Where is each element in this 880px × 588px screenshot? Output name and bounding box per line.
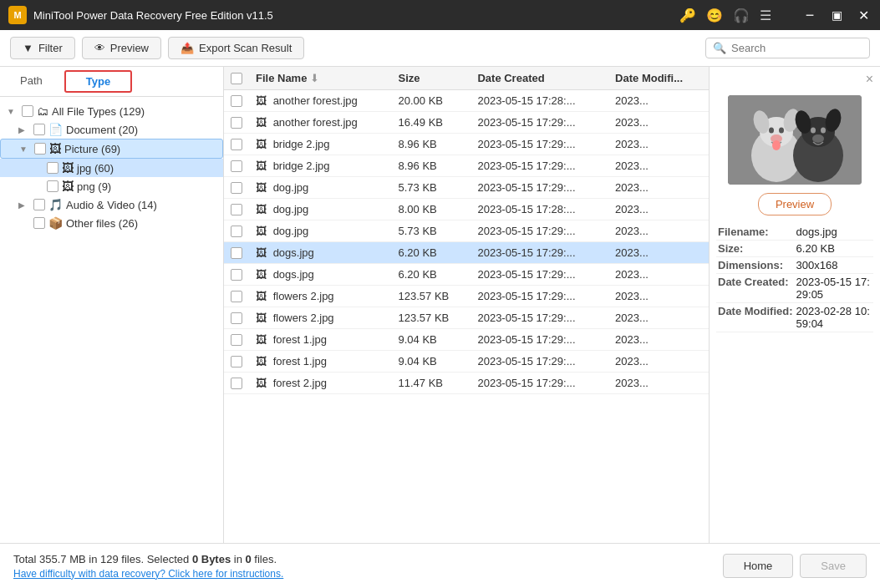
row-checkbox-6[interactable] [231, 226, 242, 237]
save-button[interactable]: Save [800, 554, 867, 578]
checkbox-all[interactable] [22, 105, 33, 117]
row-checkbox-8[interactable] [231, 269, 242, 281]
file-name-10: flowers 2.jpg [273, 312, 334, 324]
preview-close-button[interactable]: × [866, 72, 873, 87]
export-label: Export Scan Result [199, 42, 292, 54]
filter-button[interactable]: ▼ Filter [10, 37, 75, 59]
preview-image [728, 95, 862, 185]
filetype-icon-other: 📦 [48, 216, 63, 230]
row-checkbox-12[interactable] [231, 356, 242, 368]
headphone-icon[interactable]: 🎧 [733, 8, 750, 23]
row-checkbox-3[interactable] [231, 160, 242, 172]
checkbox-jpg[interactable] [47, 162, 58, 174]
row-checkbox-2[interactable] [231, 139, 242, 150]
filetype-icon-picture: 🖼 [49, 142, 61, 155]
file-size-7: 6.20 KB [392, 242, 471, 264]
row-checkbox-9[interactable] [231, 291, 242, 302]
minimize-button[interactable]: − [801, 7, 818, 23]
row-checkbox-4[interactable] [231, 182, 242, 194]
tab-type[interactable]: Type [64, 70, 132, 93]
tree-label-picture: Picture (69) [64, 143, 219, 155]
filetype-icon-jpg: 🖼 [62, 161, 74, 175]
checkbox-document[interactable] [33, 124, 45, 135]
table-row[interactable]: 🖼 flowers 2.jpg 123.57 KB 2023-05-15 17:… [224, 286, 709, 307]
tab-path[interactable]: Path [0, 67, 63, 96]
table-row[interactable]: 🖼 dogs.jpg 6.20 KB 2023-05-15 17:29:... … [224, 264, 709, 286]
titlebar-icons: 🔑 😊 🎧 ☰ − ▣ ✕ [679, 7, 872, 23]
file-date-modified-7: 2023... [608, 242, 709, 264]
row-checkbox-7[interactable] [231, 247, 242, 259]
table-row[interactable]: 🖼 dogs.jpg 6.20 KB 2023-05-15 17:29:... … [224, 242, 709, 264]
checkbox-picture[interactable] [34, 143, 46, 155]
close-button[interactable]: ✕ [855, 7, 872, 23]
table-row[interactable]: 🖼 flowers 2.jpg 123.57 KB 2023-05-15 17:… [224, 307, 709, 329]
date-created-value: 2023-05-15 17:29:05 [795, 274, 873, 303]
preview-action-button[interactable]: Preview [758, 193, 832, 215]
row-checkbox-0[interactable] [231, 95, 242, 107]
tree-item-audio[interactable]: ▶ 🎵 Audio & Video (14) [0, 195, 223, 214]
svg-point-5 [769, 128, 774, 134]
app-logo: M [8, 6, 27, 24]
table-row[interactable]: 🖼 bridge 2.jpg 8.96 KB 2023-05-15 17:29:… [224, 134, 709, 155]
tree-item-picture[interactable]: ▼ 🖼 Picture (69) [0, 139, 223, 159]
preview-panel: × [709, 67, 880, 543]
mid-text: in [231, 553, 245, 565]
file-date-modified-1: 2023... [608, 112, 709, 134]
help-link[interactable]: Have difficulty with data recovery? Clic… [13, 568, 283, 580]
table-row[interactable]: 🖼 bridge 2.jpg 8.96 KB 2023-05-15 17:29:… [224, 155, 709, 177]
export-button[interactable]: 📤 Export Scan Result [168, 37, 304, 59]
file-icon-0: 🖼 [256, 94, 267, 107]
expand-icon-picture: ▼ [19, 144, 31, 154]
file-size-0: 20.00 KB [392, 90, 471, 112]
row-checkbox-1[interactable] [231, 117, 242, 129]
end-text: files. [252, 553, 277, 565]
select-all-checkbox[interactable] [231, 73, 242, 84]
file-date-created-10: 2023-05-15 17:29:... [471, 307, 608, 329]
file-date-created-8: 2023-05-15 17:29:... [471, 264, 608, 286]
tree-item-other[interactable]: 📦 Other files (26) [0, 214, 223, 232]
tree-item-jpg[interactable]: 🖼 jpg (60) [0, 159, 223, 177]
file-date-created-6: 2023-05-15 17:29:... [471, 220, 608, 242]
tree-label-document: Document (20) [66, 124, 220, 136]
key-icon[interactable]: 🔑 [679, 8, 696, 23]
table-row[interactable]: 🖼 dog.jpg 5.73 KB 2023-05-15 17:29:... 2… [224, 220, 709, 242]
tree-label-audio: Audio & Video (14) [66, 199, 220, 211]
expand-icon-document: ▶ [18, 125, 30, 134]
row-checkbox-5[interactable] [231, 204, 242, 215]
file-size-9: 123.57 KB [392, 286, 471, 307]
row-checkbox-10[interactable] [231, 312, 242, 324]
checkbox-audio[interactable] [33, 199, 45, 210]
file-date-modified-0: 2023... [608, 90, 709, 112]
tree-item-all[interactable]: ▼ 🗂 All File Types (129) [0, 102, 223, 120]
table-row[interactable]: 🖼 another forest.jpg 20.00 KB 2023-05-15… [224, 90, 709, 112]
row-checkbox-13[interactable] [231, 378, 242, 389]
file-area: File Name ⬇ Size Date Created Date Modif… [224, 67, 709, 543]
file-date-modified-13: 2023... [608, 373, 709, 394]
face-icon[interactable]: 😊 [706, 8, 723, 23]
checkbox-other[interactable] [33, 217, 45, 229]
preview-button[interactable]: 👁 Preview [82, 37, 161, 59]
tree-label-other: Other files (26) [66, 217, 220, 230]
statusbar-buttons: Home Save [723, 554, 867, 578]
col-date-modified: Date Modifi... [608, 67, 709, 90]
status-text: Total 355.7 MB in 129 files. Selected 0 … [13, 553, 283, 565]
svg-point-14 [821, 128, 826, 134]
maximize-button[interactable]: ▣ [828, 7, 845, 23]
table-row[interactable]: 🖼 another forest.jpg 16.49 KB 2023-05-15… [224, 112, 709, 134]
tree-item-document[interactable]: ▶ 📄 Document (20) [0, 120, 223, 139]
row-checkbox-11[interactable] [231, 334, 242, 346]
tree-item-png[interactable]: 🖼 png (9) [0, 177, 223, 195]
file-date-created-3: 2023-05-15 17:29:... [471, 155, 608, 177]
table-row[interactable]: 🖼 forest 2.jpg 11.47 KB 2023-05-15 17:29… [224, 373, 709, 394]
checkbox-png[interactable] [47, 180, 58, 192]
table-row[interactable]: 🖼 forest 1.jpg 9.04 KB 2023-05-15 17:29:… [224, 329, 709, 351]
file-date-created-1: 2023-05-15 17:29:... [471, 112, 608, 134]
home-button[interactable]: Home [723, 554, 794, 578]
table-row[interactable]: 🖼 dog.jpg 5.73 KB 2023-05-15 17:29:... 2… [224, 177, 709, 199]
tree-area: ▼ 🗂 All File Types (129) ▶ 📄 Document (2… [0, 97, 223, 543]
menu-icon[interactable]: ☰ [760, 8, 771, 23]
table-row[interactable]: 🖼 dog.jpg 8.00 KB 2023-05-15 17:28:... 2… [224, 199, 709, 220]
table-row[interactable]: 🖼 forest 1.jpg 9.04 KB 2023-05-15 17:29:… [224, 351, 709, 373]
file-name-2: bridge 2.jpg [273, 138, 330, 150]
search-input[interactable] [731, 42, 862, 54]
